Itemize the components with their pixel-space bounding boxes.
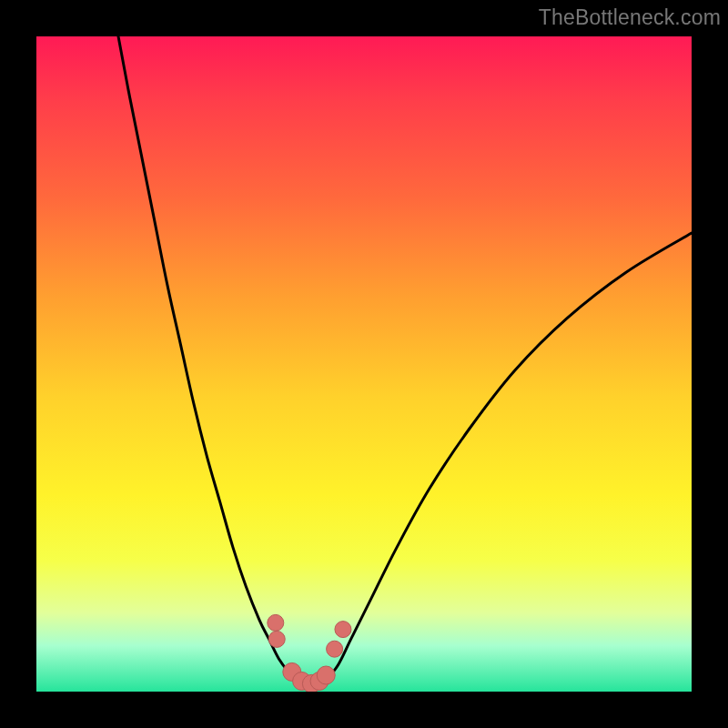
marker-group [268, 614, 351, 692]
curve-left-branch [118, 36, 298, 682]
curve-right-branch [325, 233, 692, 682]
watermark-text: TheBottleneck.com [539, 5, 721, 30]
marker-point [317, 666, 335, 684]
marker-point [327, 641, 343, 657]
marker-point [335, 622, 351, 638]
marker-point [268, 631, 285, 647]
chart-frame: TheBottleneck.com [0, 0, 728, 728]
marker-point [268, 614, 284, 631]
chart-overlay [36, 36, 692, 692]
